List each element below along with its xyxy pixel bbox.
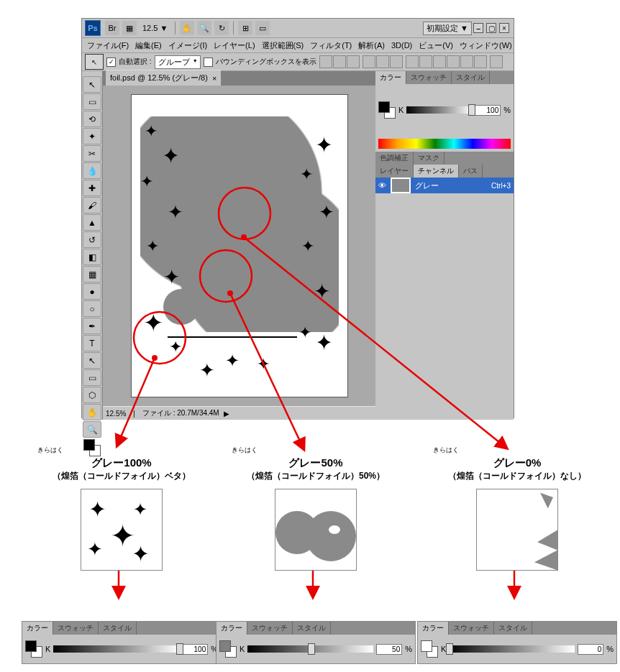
zoom-tool-icon[interactable]: 🔍 <box>197 21 211 35</box>
history-brush-tool-icon[interactable]: ↺ <box>83 231 101 248</box>
align-icon[interactable] <box>376 55 389 68</box>
menu-view[interactable]: ビュー(V) <box>416 39 455 52</box>
pen-tool-icon[interactable]: ✒ <box>83 318 101 334</box>
k-value-input[interactable]: 100 <box>475 105 501 116</box>
ex-tab-style[interactable]: スタイル <box>99 622 137 635</box>
ex-k-slider[interactable] <box>247 645 373 653</box>
ex-k-value-input[interactable]: 0 <box>578 644 603 655</box>
hand-tool-icon[interactable]: ✋ <box>83 404 101 420</box>
ex-tab-swatch[interactable]: スウォッチ <box>247 622 293 635</box>
eyedropper-tool-icon[interactable]: 💧 <box>83 162 101 179</box>
tab-color[interactable]: カラー <box>375 71 406 84</box>
menu-window[interactable]: ウィンドウ(W) <box>457 39 514 52</box>
auto-select-target-dropdown[interactable]: グループ <box>155 55 201 69</box>
menu-select[interactable]: 選択範囲(S) <box>260 39 306 52</box>
align-icon[interactable] <box>390 55 403 68</box>
distribute-icon[interactable] <box>474 55 487 68</box>
type-tool-icon[interactable]: T <box>83 335 101 351</box>
dodge-tool-icon[interactable]: ○ <box>83 300 101 317</box>
bridge-icon[interactable]: Br <box>105 21 119 35</box>
tab-adjust[interactable]: 色調補正 <box>375 152 414 165</box>
auto-select-checkbox[interactable]: ✓ <box>106 57 116 67</box>
menu-analysis[interactable]: 解析(A) <box>356 39 387 52</box>
ex-fg-bg-swatch[interactable] <box>219 640 237 658</box>
gradient-tool-icon[interactable]: ▦ <box>83 266 101 282</box>
zoom-display[interactable]: 12.5 ▼ <box>138 24 172 32</box>
ex-k-slider-thumb[interactable] <box>446 643 453 655</box>
menu-image[interactable]: イメージ(I) <box>166 39 209 52</box>
doc-tab-close-icon[interactable]: × <box>212 74 216 83</box>
distribute-icon[interactable] <box>419 55 432 68</box>
heal-tool-icon[interactable]: ✚ <box>83 180 101 196</box>
align-icon[interactable] <box>319 55 332 68</box>
menu-file[interactable]: ファイル(F) <box>85 39 131 52</box>
close-window-button[interactable]: × <box>499 23 509 33</box>
foreground-swatch[interactable] <box>83 439 95 451</box>
path-select-tool-icon[interactable]: ↖ <box>83 352 101 369</box>
ex-k-value-input[interactable]: 100 <box>182 644 208 655</box>
ex-fg-bg-swatch[interactable] <box>25 640 42 658</box>
screen-mode-icon[interactable]: ⊞ <box>238 21 252 35</box>
canvas-container[interactable]: ✦ ✦ ✦ ✦ ✦ ✦ ✦ ✦ ✦ ✦ ✦ ✦ ✦ ✦ ✦ ✦ ✦ <box>103 86 375 406</box>
tab-path[interactable]: パス <box>459 165 483 178</box>
ex-tab-style[interactable]: スタイル <box>293 622 331 635</box>
doc-tab[interactable]: foil.psd @ 12.5% (グレー/8) × <box>106 70 221 86</box>
guides-icon[interactable]: ▭ <box>255 21 270 35</box>
shape-tool-icon[interactable]: ▭ <box>83 369 101 386</box>
tab-swatch[interactable]: スウォッチ <box>406 71 452 84</box>
tab-mask[interactable]: マスク <box>414 152 445 165</box>
channel-row[interactable]: 👁 グレー Ctrl+3 <box>375 178 514 193</box>
rotate-icon[interactable]: ↻ <box>214 21 229 35</box>
ex-tab-color[interactable]: カラー <box>22 622 53 635</box>
ex-tab-color[interactable]: カラー <box>216 622 247 635</box>
brush-tool-icon[interactable]: 🖌 <box>83 197 101 213</box>
ex-fg-bg-swatch[interactable] <box>421 640 438 658</box>
arrange-icon[interactable]: ▦ <box>122 21 137 35</box>
workspace-dropdown[interactable]: 初期設定 ▼ <box>423 22 472 35</box>
bounding-box-checkbox[interactable] <box>204 57 213 67</box>
menu-layer[interactable]: レイヤー(L) <box>211 39 257 52</box>
ex-k-slider[interactable] <box>449 645 575 653</box>
distribute-icon[interactable] <box>460 55 473 68</box>
ex-tab-style[interactable]: スタイル <box>494 622 532 635</box>
tab-style[interactable]: スタイル <box>452 71 490 84</box>
ex-k-slider[interactable] <box>53 645 179 653</box>
ex-tab-swatch[interactable]: スウォッチ <box>449 622 494 635</box>
hand-tool-icon[interactable]: ✋ <box>180 21 194 35</box>
ex-tab-swatch[interactable]: スウォッチ <box>53 622 99 635</box>
panel-fg-bg-swatch[interactable] <box>378 101 396 119</box>
minimize-button[interactable]: ‒ <box>473 23 483 33</box>
align-icon[interactable] <box>363 55 375 68</box>
stamp-tool-icon[interactable]: ▲ <box>83 214 101 231</box>
maximize-button[interactable]: ▢ <box>486 23 496 33</box>
blur-tool-icon[interactable]: ● <box>83 283 101 300</box>
k-slider[interactable] <box>406 106 472 114</box>
ex-k-slider-thumb[interactable] <box>308 643 315 655</box>
marquee-tool-icon[interactable]: ▭ <box>83 93 101 110</box>
ex-k-value-input[interactable]: 50 <box>376 644 402 655</box>
eye-icon[interactable]: 👁 <box>378 181 386 190</box>
crop-tool-icon[interactable]: ✂ <box>83 145 101 162</box>
distribute-icon[interactable] <box>433 55 446 68</box>
tab-channel[interactable]: チャンネル <box>414 165 459 178</box>
color-ramp[interactable] <box>378 139 511 149</box>
distribute-icon[interactable] <box>406 55 419 68</box>
3d-tool-icon[interactable]: ⬡ <box>83 387 101 403</box>
zoom-tool2-icon[interactable]: 🔍 <box>83 421 101 438</box>
align-icon[interactable] <box>347 55 360 68</box>
distribute-icon[interactable] <box>447 55 460 68</box>
lasso-tool-icon[interactable]: ⟲ <box>83 111 101 127</box>
quick-select-tool-icon[interactable]: ✦ <box>83 128 101 144</box>
menu-edit[interactable]: 編集(E) <box>133 39 164 52</box>
status-zoom[interactable]: 12.5% <box>106 410 126 418</box>
menu-filter[interactable]: フィルタ(T) <box>308 39 354 52</box>
menu-3d[interactable]: 3D(D) <box>389 40 414 51</box>
status-flyout-icon[interactable]: ▶ <box>224 410 229 418</box>
eraser-tool-icon[interactable]: ◧ <box>83 249 101 265</box>
tab-layer[interactable]: レイヤー <box>375 165 414 178</box>
ex-tab-color[interactable]: カラー <box>418 622 449 635</box>
extra-option-icon[interactable] <box>490 55 503 68</box>
active-tool-indicator[interactable]: ↖ <box>85 54 104 70</box>
move-tool-icon[interactable]: ↖ <box>83 76 101 93</box>
align-icon[interactable] <box>333 55 346 68</box>
